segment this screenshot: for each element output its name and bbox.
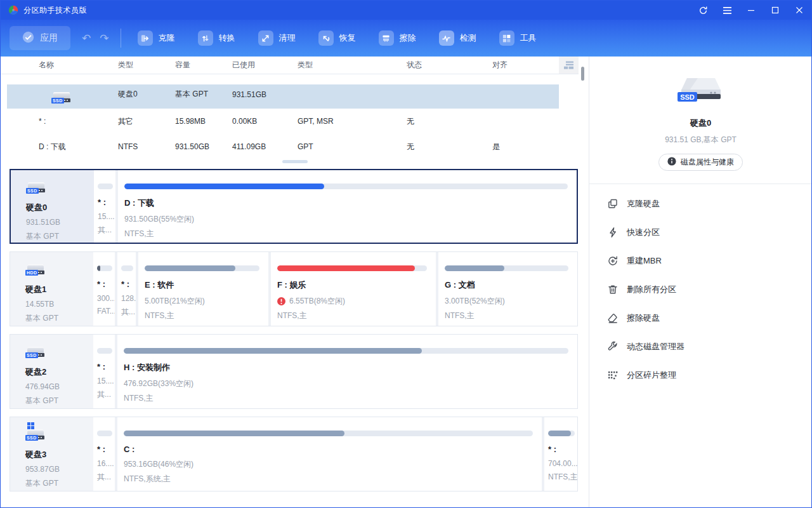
column-header: 对齐 <box>492 60 559 70</box>
partition-size: 15.... <box>97 377 112 385</box>
minimize-icon[interactable] <box>739 1 763 20</box>
disk-card[interactable]: SSD硬盘3953.87GB基本 GPT* :16....其...C :953.… <box>10 417 578 491</box>
partition-usage-bar <box>124 184 568 189</box>
partition-name: C : <box>124 444 533 454</box>
table-cell: GPT <box>298 142 407 151</box>
partition-usage-bar <box>98 184 113 189</box>
partition-cell[interactable]: F : 娱乐6.55TB(8%空闲)NTFS,主 <box>268 252 436 326</box>
defrag-icon <box>606 369 619 381</box>
partition-cell[interactable]: * :15....其... <box>93 335 115 408</box>
dynamic-disk-manager-icon <box>606 340 619 352</box>
svg-text:SSD: SSD <box>680 93 695 101</box>
sidebar-item-clone-disk[interactable]: 克隆硬盘 <box>606 189 811 218</box>
partition-filesystem: NTFS,主 <box>445 311 568 321</box>
disk-card[interactable]: HDD硬盘114.55TB基本 GPT* :300...FAT...* :128… <box>10 251 578 326</box>
partitions-row: * :15....其...D : 下载931.50GB(55%空闲)NTFS,主 <box>94 170 577 243</box>
undo-icon[interactable]: ↶ <box>82 32 91 45</box>
delete-partitions-icon <box>606 283 619 295</box>
usage-bar-fill <box>548 431 571 436</box>
toolbar-label: 检测 <box>460 32 476 44</box>
partition-usage-bar <box>445 265 568 271</box>
partition-filesystem: NTFS,主 <box>145 311 259 321</box>
disk-info-panel: SSD硬盘3953.87GB基本 GPT <box>10 417 93 491</box>
redo-icon[interactable]: ↷ <box>100 32 108 45</box>
maximize-icon[interactable] <box>763 1 787 20</box>
partition-table-row[interactable]: * :其它15.98MB0.00KBGPT, MSR无 <box>1 109 589 134</box>
partition-cell[interactable]: * :15....其... <box>94 170 115 243</box>
partition-usage-bar <box>124 431 533 436</box>
partition-cell[interactable]: E : 软件5.00TB(21%空闲)NTFS,主 <box>136 252 268 326</box>
sidebar-menu: 克隆硬盘快速分区重建MBR删除所有分区擦除硬盘动态磁盘管理器分区碎片整理 <box>589 184 811 389</box>
apply-button[interactable]: 应用 <box>10 26 70 50</box>
toolbar-divider <box>121 29 121 48</box>
toolbar-tools-button[interactable]: 工具 <box>488 20 548 57</box>
disk-card[interactable]: SSD硬盘2476.94GB基本 GPT* :15....其...H : 安装制… <box>10 334 578 409</box>
partition-cell[interactable]: * :16....其... <box>93 417 115 491</box>
partition-size-text: 5.00TB(21%空闲) <box>145 296 205 307</box>
disk-properties-button[interactable]: 磁盘属性与健康 <box>658 154 743 171</box>
horizontal-scrollbar[interactable] <box>282 160 308 163</box>
sidebar-item-wipe-disk[interactable]: 擦除硬盘 <box>606 304 811 332</box>
sidebar-item-dynamic-disk-manager[interactable]: 动态磁盘管理器 <box>606 332 811 361</box>
close-icon[interactable] <box>787 1 811 20</box>
partition-table-row[interactable]: D : 下载NTFS931.50GB411.09GBGPT无是 <box>1 134 589 159</box>
partition-filesystem: NTFS,主 <box>277 311 427 321</box>
column-header: 类型 <box>118 60 175 70</box>
disk-scheme: 基本 GPT <box>26 231 94 242</box>
partitions-row: * :16....其...C :953.16GB(46%空闲)NTFS,系统,主… <box>93 417 577 491</box>
table-cell: 931.51GB <box>232 90 298 99</box>
table-cell: 411.09GB <box>232 142 298 151</box>
ssd-drive-icon: SSD <box>25 426 46 441</box>
clone-disk-icon <box>606 197 619 210</box>
refresh-icon[interactable] <box>691 1 715 20</box>
toolbar-clone-button[interactable]: 克隆 <box>126 20 187 57</box>
partition-cell[interactable]: G : 文档3.00TB(52%空闲)NTFS,主 <box>436 252 577 326</box>
view-options-button[interactable] <box>559 57 579 74</box>
app-window: 分区助手技术员版 应用 ↶ ↷ 克隆转换清理恢复擦除检测工具 名称类型容量已使用… <box>0 0 812 508</box>
disk-card[interactable]: SSD硬盘0931.51GB基本 GPT* :15....其...D : 下载9… <box>10 169 578 244</box>
app-logo-icon <box>8 5 18 15</box>
disk-cards: SSD硬盘0931.51GB基本 GPT* :15....其...D : 下载9… <box>1 169 579 499</box>
partition-cell[interactable]: * :300...FAT... <box>93 252 115 326</box>
partition-cell[interactable]: * :704.00...NTFS,主 <box>542 417 577 491</box>
ssd-drive-image: SSD <box>676 73 726 111</box>
toolbar-clean-button[interactable]: 清理 <box>247 20 307 57</box>
disk-size: 953.87GB <box>25 465 93 474</box>
disk-info-panel: HDD硬盘114.55TB基本 GPT <box>10 252 93 326</box>
toolbar-convert-button[interactable]: 转换 <box>187 20 247 57</box>
disk-scheme: 基本 GPT <box>25 313 93 324</box>
partition-cell[interactable]: * :128...其... <box>115 252 136 326</box>
toolbar-wipe-button[interactable]: 擦除 <box>367 20 428 57</box>
partitions-row: * :15....其...H : 安装制作476.92GB(33%空闲)NTFS… <box>93 335 577 408</box>
toolbar-detect-button[interactable]: 检测 <box>428 20 488 57</box>
partition-cell[interactable]: H : 安装制作476.92GB(33%空闲)NTFS,主 <box>115 335 577 408</box>
toolbar-recover-button[interactable]: 恢复 <box>307 20 367 57</box>
partition-size-text: 16.... <box>97 459 114 468</box>
table-cell: 15.98MB <box>175 117 232 126</box>
toolbar-label: 清理 <box>279 32 296 44</box>
partition-filesystem: FAT... <box>97 307 112 316</box>
menu-icon[interactable] <box>715 1 739 20</box>
partition-filesystem: NTFS,主 <box>548 472 575 483</box>
sidebar-item-delete-partitions[interactable]: 删除所有分区 <box>606 275 811 304</box>
disk-table-area: 名称类型容量已使用类型状态对齐 SSD硬盘0基本 GPT931.51GB* :其… <box>1 57 589 507</box>
partition-cell[interactable]: C :953.16GB(46%空闲)NTFS,系统,主 <box>115 417 542 491</box>
partition-filesystem: 其... <box>98 225 113 236</box>
table-cell: 其它 <box>118 116 175 127</box>
partition-cell[interactable]: D : 下载931.50GB(55%空闲)NTFS,主 <box>115 170 577 243</box>
disk-table-row[interactable]: SSD硬盘0基本 GPT931.51GB <box>7 84 559 109</box>
partition-usage-bar <box>121 265 133 271</box>
sidebar-item-quick-partition[interactable]: 快速分区 <box>606 218 811 246</box>
usage-bar-fill <box>445 265 504 271</box>
toolbar-label: 转换 <box>219 32 235 44</box>
partition-size: 5.00TB(21%空闲) <box>145 296 259 307</box>
convert-icon <box>198 30 213 46</box>
column-header: 类型 <box>298 60 407 70</box>
usage-bar-fill <box>124 431 344 436</box>
table-cell: 无 <box>407 116 492 127</box>
table-cell: GPT, MSR <box>298 117 407 126</box>
vertical-scrollbar[interactable] <box>581 67 584 81</box>
sidebar-item-defrag[interactable]: 分区碎片整理 <box>606 361 811 389</box>
table-cell: 基本 GPT <box>175 89 232 100</box>
sidebar-item-rebuild-mbr[interactable]: 重建MBR <box>606 246 811 275</box>
